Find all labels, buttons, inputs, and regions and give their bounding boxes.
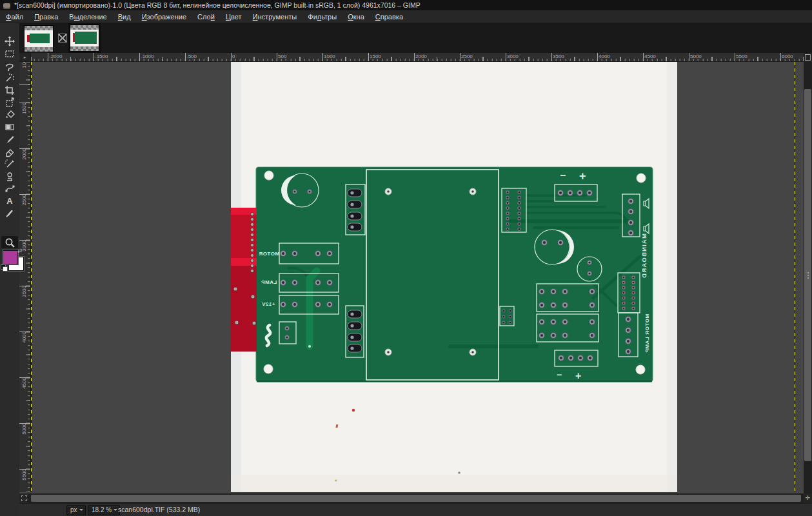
horizontal-scrollbar-thumb[interactable]: [31, 495, 801, 502]
transform-tool-button[interactable]: [1, 96, 18, 108]
ruler-label: 5500: [736, 54, 748, 59]
ink-pen-icon: [4, 207, 15, 219]
ruler-label: 5000: [690, 54, 702, 59]
quick-mask-icon: [21, 495, 27, 501]
box-x-icon[interactable]: [58, 34, 67, 43]
ruler-label: -2000: [49, 54, 62, 59]
title-bar[interactable]: *[scan600dpi] (импортировано)-1.0 (Цвета…: [0, 0, 812, 10]
fuzzy-select-tool-button[interactable]: [1, 72, 18, 84]
zoom-tool-button[interactable]: [1, 236, 18, 248]
paintbrush-icon: [4, 134, 15, 145]
menu-layer[interactable]: Слой: [197, 10, 215, 23]
vertical-ruler[interactable]: 1000150020002500300035004000450050005500: [19, 62, 31, 492]
image-tab-strip: [19, 23, 812, 53]
zoom-icon: [4, 237, 15, 248]
clone-stamp-icon: [4, 170, 15, 182]
ruler-label: 1000: [21, 62, 27, 68]
transparency-checker: [25, 47, 53, 52]
transparency-checker: [70, 25, 99, 30]
clone-tool-button[interactable]: [1, 170, 18, 182]
motor-lamp-label: MOTOR LAMP: [644, 314, 650, 353]
eraser-tool-button[interactable]: [1, 145, 18, 157]
horizontal-scrollbar[interactable]: [28, 493, 804, 503]
menu-view[interactable]: Вид: [118, 10, 131, 23]
fit-window-icon: [805, 54, 811, 61]
gradient-tool-button[interactable]: [1, 121, 18, 133]
eraser-icon: [4, 146, 15, 157]
thumb-pcb: [30, 34, 50, 43]
ruler-label: 4500: [21, 377, 27, 389]
navigation-preview-button[interactable]: ✛: [804, 493, 812, 503]
text-tool-button[interactable]: A: [1, 194, 18, 206]
lamp-label: LAMP: [261, 279, 277, 285]
image-tab-2-active[interactable]: [68, 23, 101, 53]
polarity-plus-bottom: +: [575, 370, 581, 381]
menu-help[interactable]: Справка: [375, 10, 403, 23]
transform-icon: [4, 97, 15, 108]
polarity-plus-top: +: [579, 170, 586, 183]
color-swatches: ⇄: [0, 248, 26, 275]
menu-edit[interactable]: Правка: [34, 10, 58, 23]
crop-tool-button[interactable]: [1, 84, 18, 96]
layer-boundary-left: [31, 62, 32, 492]
menu-tools[interactable]: Инструменты: [253, 10, 297, 23]
polarity-minus-bottom: −: [557, 370, 562, 380]
ruler-label: 3500: [21, 286, 27, 297]
unit-select[interactable]: px: [66, 505, 86, 515]
vertical-scrollbar-thumb[interactable]: [804, 89, 811, 461]
horizontal-ruler[interactable]: -2000-1500-1000-500050010001500200025003…: [31, 53, 804, 62]
paths-icon: [4, 183, 15, 194]
bucket-fill-tool-button[interactable]: [1, 108, 18, 121]
menu-select[interactable]: Выделение: [69, 10, 106, 23]
image-tab-1[interactable]: [23, 25, 55, 53]
ruler-label: 0: [232, 54, 235, 59]
move-icon: [4, 35, 15, 47]
ruler-label: -500: [186, 54, 197, 59]
transparency-checker: [25, 26, 53, 30]
ruler-origin-button[interactable]: ▸: [19, 53, 31, 62]
status-bar: px 18.2 % scan600dpi.TIF (533.2 MB): [19, 503, 812, 516]
transparency-checker: [70, 46, 99, 51]
paths-tool-button[interactable]: [1, 182, 18, 194]
ruler-label: -1500: [95, 54, 108, 59]
menu-file[interactable]: Файл: [6, 10, 23, 23]
foreground-color-swatch[interactable]: [3, 250, 18, 264]
bucket-fill-icon: [4, 109, 15, 121]
menu-image[interactable]: Изображение: [142, 10, 186, 23]
image-canvas[interactable]: MOTOR LAMP +12V MAINBOARD MOTOR LAMP − +…: [31, 62, 804, 492]
text-icon: A: [4, 195, 15, 206]
rectangle-select-tool-button[interactable]: [1, 47, 18, 59]
thumb-pcb: [75, 32, 97, 44]
vertical-scrollbar[interactable]: [804, 62, 812, 493]
menu-windows[interactable]: Окна: [348, 10, 364, 23]
zoom-follow-window-button[interactable]: [804, 53, 812, 62]
ruler-label: 3000: [507, 54, 519, 59]
rectangle-select-icon: [4, 48, 15, 59]
ruler-label: 4500: [644, 54, 656, 59]
polarity-minus-top: −: [560, 170, 566, 181]
ruler-label: 2500: [461, 54, 473, 59]
zoom-select[interactable]: 18.2 %: [88, 505, 120, 515]
quick-mask-toggle[interactable]: [19, 493, 28, 503]
airbrush-tool-button[interactable]: [1, 157, 18, 170]
menu-bar: Файл Правка Выделение Вид Изображение Сл…: [0, 10, 812, 23]
gimp-app-icon: [3, 3, 10, 9]
ruler-label: -1000: [141, 54, 153, 59]
ruler-label: 1000: [324, 54, 335, 59]
ruler-label: 3500: [553, 54, 564, 59]
ink-tool-button[interactable]: [1, 206, 18, 219]
swap-colors-icon[interactable]: ⇄: [17, 248, 23, 254]
toolbox: A ⇄: [0, 23, 19, 516]
ruler-label: 2000: [21, 148, 27, 160]
free-select-tool-button[interactable]: [1, 59, 18, 72]
paintbrush-tool-button[interactable]: [1, 133, 18, 145]
mainboard-label: MAINBOARD: [640, 233, 648, 279]
crop-icon: [4, 84, 15, 96]
menu-filters[interactable]: Фильтры: [308, 10, 337, 23]
default-colors-icon[interactable]: [1, 264, 6, 270]
svg-text:A: A: [6, 196, 13, 206]
move-tool-button[interactable]: [1, 35, 18, 47]
ruler-label: 5500: [21, 469, 27, 481]
menu-colors[interactable]: Цвет: [226, 10, 242, 23]
ruler-label: 500: [278, 54, 286, 59]
